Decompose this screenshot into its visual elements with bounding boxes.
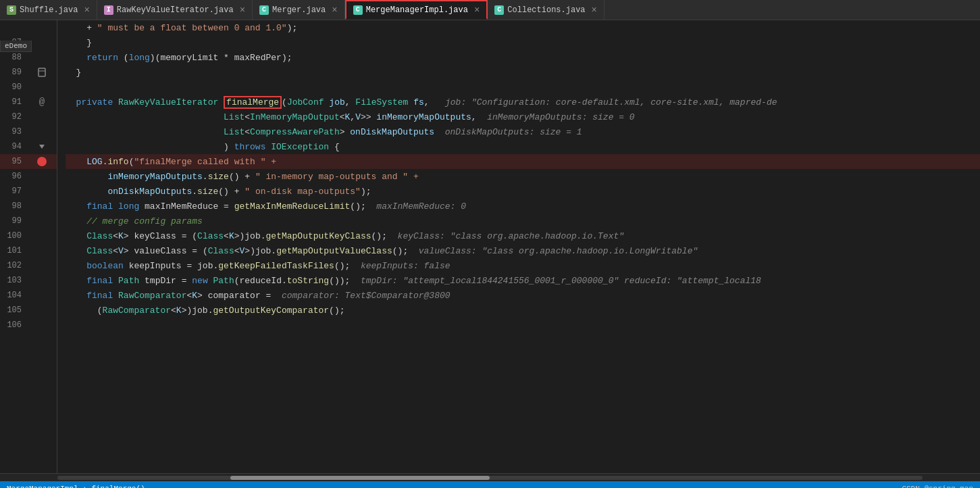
code-line-blank-top: + " must be a float between 0 and 1.0"); [66,20,980,35]
gutter-row-90: 90 [0,80,57,95]
shuffle-icon: S [7,5,16,15]
arrow-down-icon [38,143,46,151]
tab-rawkv-close[interactable]: × [240,5,245,16]
horizontal-scrollbar[interactable] [0,473,980,481]
tab-collections[interactable]: C Collections.java × [488,0,604,20]
tab-collections-label: Collections.java [507,5,585,15]
gutter-row-94: 94 [0,139,57,154]
code-line-104: final RawComparator<K> comparator = comp… [66,288,980,303]
code-line-94: ) throws IOException { [66,139,980,154]
code-line-99: // merge config params [66,214,980,228]
code-line-92: List<InMemoryMapOutput<K,V>> inMemoryMap… [66,109,980,124]
gutter-row-97: 97 [0,184,57,199]
tab-merger[interactable]: C Merger.java × [253,0,345,20]
svg-rect-0 [38,68,45,76]
code-line-106 [66,318,980,333]
collections-icon: C [494,5,504,15]
gutter-row-89: 89 [0,65,57,80]
breadcrumb-text: MergeManagerImpl › finalMerge() [7,485,145,488]
gutter-row-96: 96 [0,169,57,184]
gutter-row-93: 93 [0,124,57,139]
gutter-row-103: 103 [0,273,57,288]
code-line-101: Class<V> valueClass = (Class<V>)job.getM… [66,243,980,258]
gutter-row-102: 102 [0,258,57,273]
gutter-row-92: 92 [0,109,57,124]
gutter-row-106: 106 [0,318,57,333]
tab-rawkeyvalue-label: RawKeyValueIterator.java [117,5,234,15]
status-breadcrumb: MergeManagerImpl › finalMerge() [7,485,145,488]
bookmark-icon [38,68,46,77]
watermark-text: CSDN @spring man [902,485,973,488]
code-line-93: List<CompressAwarePath> onDiskMapOutputs… [66,124,980,139]
code-line-98: final long maxInMemReduce = getMaxInMemR… [66,199,980,214]
svg-marker-2 [39,145,45,149]
scrollbar-track[interactable] [57,476,923,480]
scrollbar-thumb[interactable] [230,476,490,480]
code-line-103: final Path tmpDir = new Path(reduceId.to… [66,273,980,288]
tab-shuffle-close[interactable]: × [84,5,89,16]
code-line-95: LOG.info("finalMerge called with " + [66,154,980,169]
gutter-row-88: 88 [0,50,57,65]
gutter-row-blank [0,20,57,35]
gutter-row-91: 91 @ [0,95,57,109]
code-line-97: onDiskMapOutputs.size() + " on-disk map-… [66,184,980,199]
status-bar: MergeManagerImpl › finalMerge() CSDN @sp… [0,481,980,488]
demo-badge: eDemo [0,41,32,52]
tab-merger-label: Merger.java [272,5,326,15]
tab-shuffle-label: Shuffle.java [20,5,78,15]
status-watermark: CSDN @spring man [902,485,973,488]
merger-icon: C [259,5,269,15]
code-line-96: inMemoryMapOutputs.size() + " in-memory … [66,169,980,184]
code-lines: + " must be a float between 0 and 1.0");… [57,20,980,333]
code-line-100: Class<K> keyClass = (Class<K>)job.getMap… [66,228,980,243]
code-line-88: return (long)(memoryLimit * maxRedPer); [66,50,980,65]
editor-container: eDemo 87 88 89 90 91 @ [0,20,980,473]
gutter-row-105: 105 [0,303,57,318]
gutter-row-100: 100 [0,228,57,243]
gutter-row-104: 104 [0,288,57,303]
tab-bar: S Shuffle.java × I RawKeyValueIterator.j… [0,0,980,20]
code-line-87: } [66,35,980,50]
tab-shuffle[interactable]: S Shuffle.java × [0,0,97,20]
at-icon: @ [39,97,45,107]
tab-merger-close[interactable]: × [332,5,337,16]
gutter-row-98: 98 [0,199,57,214]
mergemanager-icon: C [353,5,363,15]
tab-mergemanager-close[interactable]: × [474,5,480,16]
tab-rawkeyvalue[interactable]: I RawKeyValueIterator.java × [97,0,253,20]
code-line-89: } [66,65,980,80]
gutter-row-99: 99 [0,214,57,228]
code-line-90 [66,80,980,95]
code-editor[interactable]: + " must be a float between 0 and 1.0");… [57,20,980,473]
rawkv-icon: I [104,5,113,15]
code-line-91: private RawKeyValueIterator finalMerge(J… [66,95,980,109]
line-number-gutter: 87 88 89 90 91 @ 92 93 [0,20,57,473]
tab-collections-close[interactable]: × [592,5,597,16]
tab-mergemanager-label: MergeManagerImpl.java [366,5,468,15]
gutter-row-101: 101 [0,243,57,258]
gutter-row-95: 95 [0,154,57,169]
breakpoint-icon[interactable] [37,157,47,166]
code-line-102: boolean keepInputs = job.getKeepFailedTa… [66,258,980,273]
tab-mergemanager[interactable]: C MergeManagerImpl.java × [345,0,488,20]
code-line-105: (RawComparator<K>)job.getOutputKeyCompar… [66,303,980,318]
